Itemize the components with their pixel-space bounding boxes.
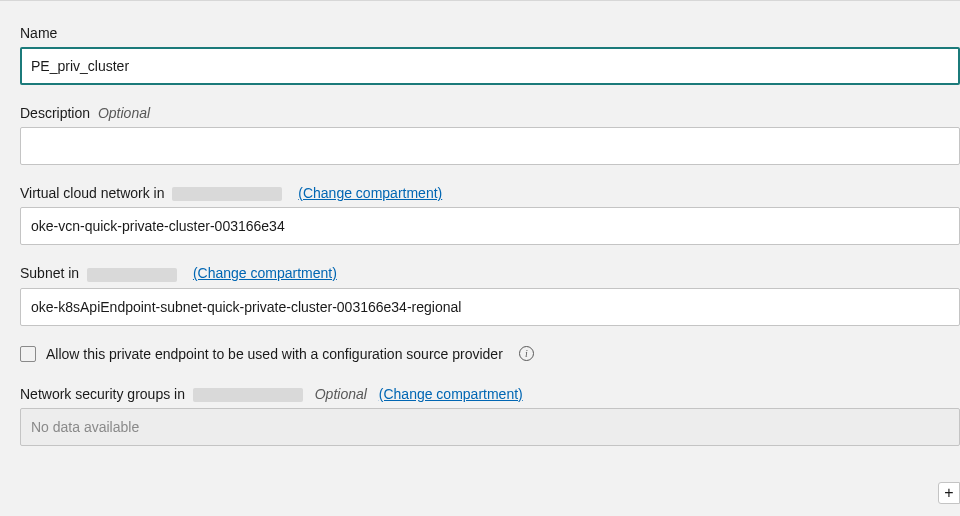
allow-csp-checkbox-label: Allow this private endpoint to be used w… [46, 346, 503, 362]
name-label: Name [20, 25, 960, 41]
description-optional-text: Optional [98, 105, 150, 121]
nsg-label: Network security groups in Optional (Cha… [20, 386, 960, 402]
vcn-select[interactable]: oke-vcn-quick-private-cluster-003166e34 [20, 207, 960, 245]
subnet-change-compartment-link[interactable]: (Change compartment) [193, 265, 337, 281]
info-icon[interactable]: i [519, 346, 534, 361]
nsg-compartment-redacted [193, 388, 303, 402]
subnet-field-group: Subnet in (Change compartment) oke-k8sAp… [20, 265, 960, 325]
nsg-optional-text: Optional [315, 386, 367, 402]
description-label-text: Description [20, 105, 90, 121]
description-field-group: Description Optional [20, 105, 960, 165]
allow-csp-checkbox[interactable] [20, 346, 36, 362]
form-panel: Name Description Optional Virtual cloud … [0, 0, 960, 516]
subnet-label-prefix: Subnet in [20, 265, 79, 281]
nsg-change-compartment-link[interactable]: (Change compartment) [379, 386, 523, 402]
subnet-selected-value: oke-k8sApiEndpoint-subnet-quick-private-… [31, 299, 461, 315]
nsg-select[interactable]: No data available [20, 408, 960, 446]
vcn-label-prefix: Virtual cloud network in [20, 185, 164, 201]
subnet-label: Subnet in (Change compartment) [20, 265, 960, 281]
description-label: Description Optional [20, 105, 960, 121]
nsg-field-group: Network security groups in Optional (Cha… [20, 386, 960, 446]
allow-csp-checkbox-row: Allow this private endpoint to be used w… [20, 346, 960, 362]
nsg-label-prefix: Network security groups in [20, 386, 185, 402]
plus-icon: + [944, 484, 953, 502]
nsg-placeholder: No data available [31, 419, 139, 435]
vcn-label: Virtual cloud network in (Change compart… [20, 185, 960, 201]
vcn-field-group: Virtual cloud network in (Change compart… [20, 185, 960, 245]
vcn-selected-value: oke-vcn-quick-private-cluster-003166e34 [31, 218, 285, 234]
subnet-select[interactable]: oke-k8sApiEndpoint-subnet-quick-private-… [20, 288, 960, 326]
description-input[interactable] [20, 127, 960, 165]
name-input[interactable] [20, 47, 960, 85]
name-field-group: Name [20, 25, 960, 85]
subnet-compartment-redacted [87, 268, 177, 282]
vcn-change-compartment-link[interactable]: (Change compartment) [298, 185, 442, 201]
vcn-compartment-redacted [172, 187, 282, 201]
add-button[interactable]: + [938, 482, 960, 504]
